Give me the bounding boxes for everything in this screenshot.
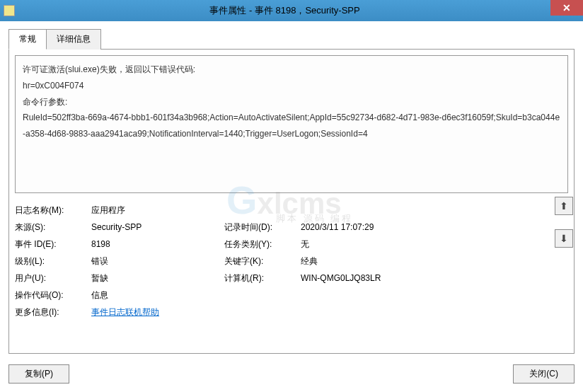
user-label: 用户(U): — [15, 270, 86, 287]
opcode-label: 操作代码(O): — [15, 287, 86, 304]
titlebar: 事件属性 - 事件 8198，Security-SPP ✕ — [0, 0, 583, 21]
footer: 复制(P) 关闭(C) — [8, 364, 575, 384]
computer-value: WIN-QMG0LJQ83LR — [301, 270, 568, 287]
logname-value: 应用程序 — [91, 202, 568, 219]
arrow-down-icon: ⬇ — [560, 233, 568, 244]
taskcat-value: 无 — [301, 236, 568, 253]
tab-details[interactable]: 详细信息 — [46, 29, 101, 50]
taskcat-label: 任务类别(Y): — [224, 236, 295, 253]
tab-strip: 常规 详细信息 — [8, 28, 575, 50]
logname-label: 日志名称(M): — [15, 202, 86, 219]
content-area: 常规 详细信息 许可证激活(slui.exe)失败，返回以下错误代码: hr=0… — [0, 21, 583, 392]
copy-button[interactable]: 复制(P) — [8, 364, 69, 384]
tab-panel-general: 许可证激活(slui.exe)失败，返回以下错误代码: hr=0xC004F07… — [8, 50, 575, 354]
desc-line: 许可证激活(slui.exe)失败，返回以下错误代码: — [23, 62, 560, 78]
user-value: 暂缺 — [91, 270, 219, 287]
keywords-value: 经典 — [301, 253, 568, 270]
nav-buttons: ⬆ ⬇ — [555, 197, 573, 248]
close-button[interactable]: ✕ — [550, 0, 583, 16]
description-box[interactable]: 许可证激活(slui.exe)失败，返回以下错误代码: hr=0xC004F07… — [15, 55, 568, 193]
desc-line: 命令行参数: — [23, 94, 560, 110]
logged-value: 2020/3/11 17:07:29 — [301, 219, 568, 236]
details-grid: 日志名称(M): 应用程序 来源(S): Security-SPP 记录时间(D… — [15, 202, 568, 321]
source-label: 来源(S): — [15, 219, 86, 236]
level-label: 级别(L): — [15, 253, 86, 270]
eventid-label: 事件 ID(E): — [15, 236, 86, 253]
eventid-value: 8198 — [91, 236, 219, 253]
desc-line: hr=0xC004F074 — [23, 78, 560, 94]
app-icon — [4, 5, 15, 16]
opcode-value: 信息 — [91, 287, 568, 304]
source-value: Security-SPP — [91, 219, 219, 236]
keywords-label: 关键字(K): — [224, 253, 295, 270]
desc-line: RuleId=502ff3ba-669a-4674-bbb1-601f34a3b… — [23, 110, 560, 142]
close-dialog-button[interactable]: 关闭(C) — [513, 364, 575, 384]
arrow-up-icon: ⬆ — [560, 200, 568, 212]
tab-general[interactable]: 常规 — [8, 29, 47, 50]
moreinfo-link[interactable]: 事件日志联机帮助 — [91, 307, 159, 317]
window-title: 事件属性 - 事件 8198，Security-SPP — [15, 4, 583, 17]
logged-label: 记录时间(D): — [224, 219, 295, 236]
computer-label: 计算机(R): — [224, 270, 295, 287]
nav-up-button[interactable]: ⬆ — [555, 197, 573, 215]
level-value: 错误 — [91, 253, 219, 270]
nav-down-button[interactable]: ⬇ — [555, 229, 573, 248]
moreinfo-label: 更多信息(I): — [15, 304, 86, 321]
